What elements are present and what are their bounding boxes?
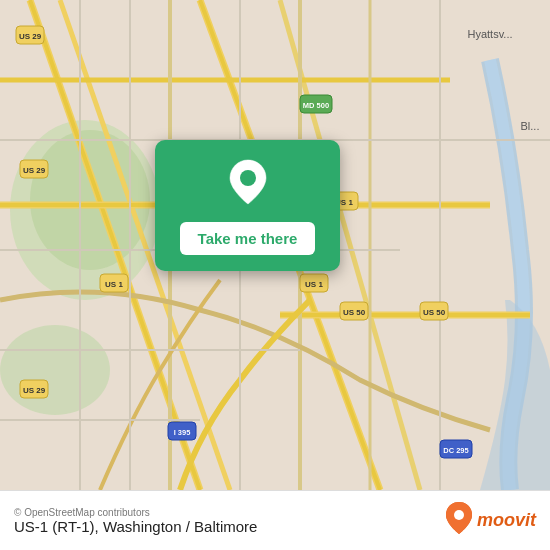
location-info: © OpenStreetMap contributors US-1 (RT-1)… bbox=[14, 507, 257, 535]
svg-point-3 bbox=[0, 325, 110, 415]
map-container: US 29 US 29 US 29 MD 500 US 1 US 1 US 1 … bbox=[0, 0, 550, 490]
svg-text:US 50: US 50 bbox=[343, 308, 366, 317]
svg-text:Hyattsv...: Hyattsv... bbox=[467, 28, 512, 40]
svg-text:I 395: I 395 bbox=[174, 428, 191, 437]
svg-text:DC 295: DC 295 bbox=[443, 446, 468, 455]
svg-point-51 bbox=[454, 510, 464, 520]
svg-text:US 29: US 29 bbox=[19, 32, 42, 41]
svg-text:US 29: US 29 bbox=[23, 166, 46, 175]
bottom-bar: © OpenStreetMap contributors US-1 (RT-1)… bbox=[0, 490, 550, 550]
svg-point-50 bbox=[240, 170, 256, 186]
take-me-there-button[interactable]: Take me there bbox=[180, 222, 316, 255]
svg-text:US 29: US 29 bbox=[23, 386, 46, 395]
svg-text:US 1: US 1 bbox=[305, 280, 323, 289]
moovit-pin-icon bbox=[445, 501, 473, 541]
svg-text:US 50: US 50 bbox=[423, 308, 446, 317]
svg-text:MD 500: MD 500 bbox=[303, 101, 329, 110]
svg-text:Bl...: Bl... bbox=[521, 120, 540, 132]
moovit-brand-text: moovit bbox=[477, 510, 536, 531]
svg-text:US 1: US 1 bbox=[105, 280, 123, 289]
popup-card: Take me there bbox=[155, 140, 340, 271]
location-name: US-1 (RT-1), Washington / Baltimore bbox=[14, 518, 257, 535]
location-pin-icon bbox=[228, 158, 268, 212]
map-attribution: © OpenStreetMap contributors bbox=[14, 507, 257, 518]
moovit-logo: moovit bbox=[445, 501, 536, 541]
